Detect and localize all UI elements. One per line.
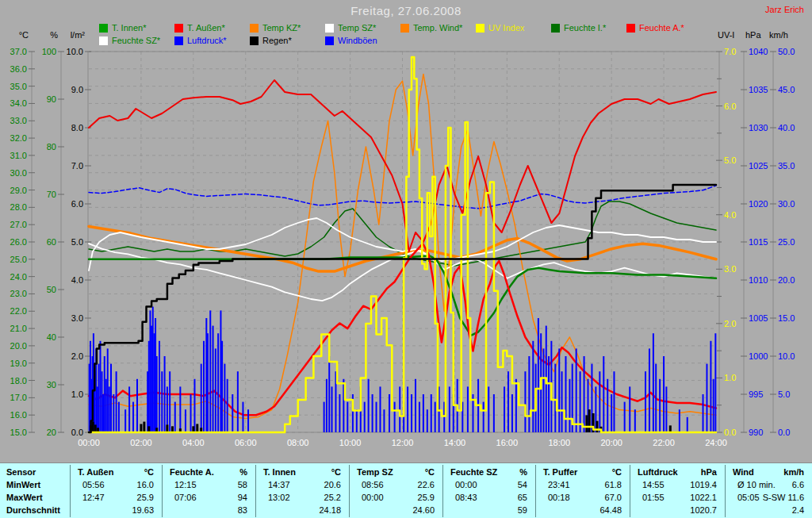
table-avg-value: 64.48 xyxy=(543,505,622,516)
axis-tick-label-pct: 70 xyxy=(47,190,56,199)
axis-tick-label-lm2: 1.0 xyxy=(71,389,83,399)
axis-tick-label-hpa: 1000 xyxy=(749,351,768,361)
axis-tick-label-kmh: 35.0 xyxy=(778,161,795,171)
table-min-value: 6.6 xyxy=(733,479,804,490)
axis-tick-label-pct: 50 xyxy=(47,285,56,294)
table-min-value: 58 xyxy=(170,479,247,490)
axis-tick-label-pct: 90 xyxy=(47,94,56,104)
axis-tick-label-uv: 0.0 xyxy=(724,428,736,437)
axis-tick-label-hpa: 1005 xyxy=(749,313,768,323)
table-row-label: MinWert xyxy=(6,479,67,490)
axis-tick-label-pct: 30 xyxy=(47,380,56,389)
axis-tick-label-degC: 32.0 xyxy=(10,133,27,143)
table-column-divider xyxy=(70,465,71,517)
table-header-unit: °C xyxy=(543,466,622,478)
table-max-value: 25.9 xyxy=(78,492,154,503)
table-max-value: 65 xyxy=(450,492,527,503)
axis-tick-label-kmh: 0.0 xyxy=(778,428,790,437)
axis-tick-label-pct: 20 xyxy=(47,428,56,437)
table-header-unit: °C xyxy=(357,466,435,478)
axis-tick-label-hpa: 1015 xyxy=(749,237,768,247)
axis-tick-label-lm2: 2.0 xyxy=(71,351,83,361)
axis-tick-label-hpa: 990 xyxy=(749,428,763,437)
x-axis-label: 14:00 xyxy=(444,438,466,447)
table-header-unit: °C xyxy=(263,466,341,478)
axis-tick-label-degC: 37.0 xyxy=(10,47,27,56)
table-max-value: 67.0 xyxy=(543,492,622,503)
axis-tick-label-lm2: 3.0 xyxy=(71,313,83,323)
axis-tick-label-degC: 28.0 xyxy=(10,202,27,212)
axis-tick-label-degC: 23.0 xyxy=(10,289,27,298)
axis-tick-label-degC: 26.0 xyxy=(10,237,27,247)
axis-tick-label-pct: 40 xyxy=(47,332,56,342)
axis-tick-label-degC: 31.0 xyxy=(10,151,27,160)
axis-tick-label-hpa: 1040 xyxy=(749,47,768,56)
axis-tick-label-kmh: 10.0 xyxy=(778,351,795,361)
table-column-divider xyxy=(349,465,350,517)
axis-tick-label-uv: 2.0 xyxy=(724,319,736,328)
table-min-value: 54 xyxy=(450,479,527,490)
axis-tick-label-pct: 60 xyxy=(47,237,56,247)
x-axis-label: 12:00 xyxy=(392,438,414,447)
axis-tick-label-pct: 100 xyxy=(42,47,56,56)
x-axis-label: 22:00 xyxy=(653,438,675,447)
table-avg-value: 1020.7 xyxy=(638,505,717,516)
table-min-value: 61.8 xyxy=(543,479,622,490)
x-axis-label: 00:00 xyxy=(78,438,100,447)
axis-tick-label-kmh: 45.0 xyxy=(778,85,795,94)
axis-tick-label-degC: 22.0 xyxy=(10,306,27,316)
axis-tick-label-kmh: 20.0 xyxy=(778,275,795,285)
table-column-divider xyxy=(442,465,443,517)
axis-tick-label-uv: 7.0 xyxy=(724,47,736,56)
summary-table: SensorMinWertMaxWertDurchschnittT. Außen… xyxy=(0,462,812,518)
axis-tick-label-degC: 20.0 xyxy=(10,341,27,351)
weather-chart: 15.016.017.018.019.020.021.022.023.024.0… xyxy=(0,0,812,462)
table-min-value: 16.0 xyxy=(78,479,154,490)
axis-tick-label-degC: 33.0 xyxy=(10,116,27,125)
table-avg-value: 24.60 xyxy=(357,505,435,516)
axis-tick-label-lm2: 8.0 xyxy=(71,123,83,132)
axis-tick-label-degC: 34.0 xyxy=(10,98,27,108)
table-avg-value: 24.18 xyxy=(263,505,341,516)
table-avg-value: 59 xyxy=(450,505,527,516)
axis-tick-label-lm2: 9.0 xyxy=(71,85,83,94)
x-axis-label: 18:00 xyxy=(548,438,570,447)
axis-tick-label-lm2: 7.0 xyxy=(71,161,83,171)
x-axis-label: 20:00 xyxy=(600,438,622,447)
axis-tick-label-uv: 6.0 xyxy=(724,102,736,111)
axis-tick-label-degC: 25.0 xyxy=(10,255,27,264)
axis-tick-label-degC: 15.0 xyxy=(10,428,27,437)
axis-tick-label-uv: 4.0 xyxy=(724,210,736,220)
table-row-label: MaxWert xyxy=(6,492,67,503)
axis-tick-label-degC: 19.0 xyxy=(10,359,27,368)
table-max-value: 94 xyxy=(170,492,247,503)
table-max-value: 25.9 xyxy=(357,492,435,503)
axis-tick-label-uv: 5.0 xyxy=(724,155,736,165)
axis-tick-label-lm2: 6.0 xyxy=(71,199,83,209)
axis-tick-label-kmh: 50.0 xyxy=(778,47,795,56)
table-avg-value: 83 xyxy=(170,505,247,516)
weather-app-window: Freitag, 27.06.2008 Jarz Erich T. Innen*… xyxy=(0,0,812,518)
axis-tick-label-uv: 3.0 xyxy=(724,264,736,274)
axis-tick-label-hpa: 1030 xyxy=(749,123,768,132)
table-max-value: 25.2 xyxy=(263,492,341,503)
x-axis-label: 02:00 xyxy=(130,438,152,447)
axis-tick-label-hpa: 1010 xyxy=(749,275,768,285)
table-header-unit: % xyxy=(450,466,527,478)
table-min-value: 20.6 xyxy=(263,479,341,490)
axis-tick-label-hpa: 1020 xyxy=(749,199,768,209)
axis-tick-label-degC: 30.0 xyxy=(10,168,27,178)
x-axis-label: 06:00 xyxy=(235,438,257,447)
table-column-divider xyxy=(255,465,256,517)
table-header-sensor: Sensor xyxy=(6,466,67,478)
x-axis-label: 04:00 xyxy=(182,438,205,447)
table-column-divider xyxy=(630,465,630,517)
axis-tick-label-hpa: 1035 xyxy=(749,85,768,94)
table-header-unit: hPa xyxy=(638,466,717,478)
axis-tick-label-degC: 29.0 xyxy=(10,186,27,195)
axis-tick-label-hpa: 995 xyxy=(749,389,763,399)
axis-tick-label-lm2: 5.0 xyxy=(71,237,83,247)
axis-tick-label-kmh: 25.0 xyxy=(778,237,795,247)
table-column-divider xyxy=(725,465,726,517)
axis-tick-label-degC: 24.0 xyxy=(10,272,27,282)
